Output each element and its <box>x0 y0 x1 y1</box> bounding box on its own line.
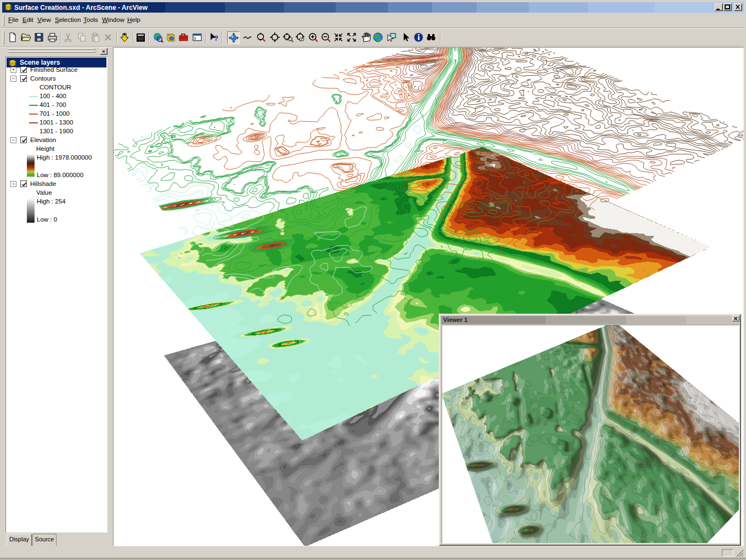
svg-text:?: ? <box>214 34 218 42</box>
